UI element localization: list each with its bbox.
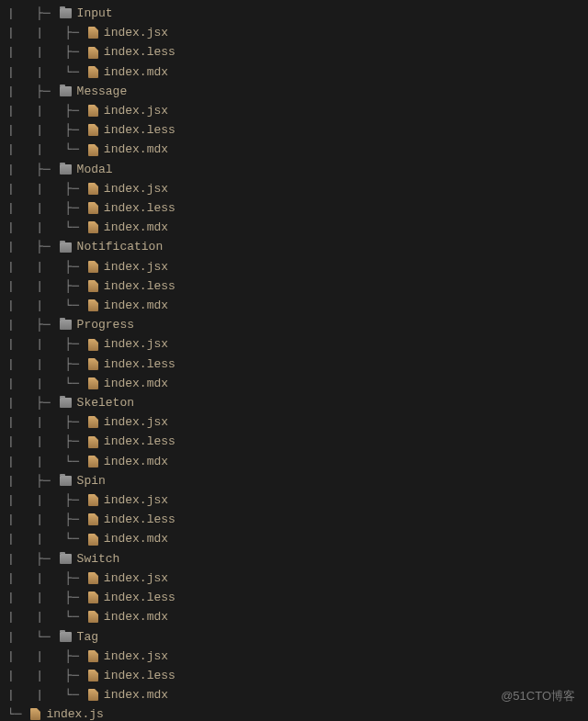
tree-row[interactable]: | | ├─ index.less	[0, 510, 588, 529]
tree-prefix: └─	[7, 704, 28, 721]
tree-prefix: | | ├─	[7, 257, 86, 276]
file-icon	[88, 611, 98, 623]
tree-row[interactable]: | | ├─ index.less	[0, 42, 588, 62]
folder-name: Progress	[77, 315, 134, 334]
tree-row[interactable]: | | ├─ index.less	[0, 666, 588, 685]
tree-row[interactable]: | | ├─ index.less	[0, 588, 588, 607]
tree-prefix: | ├─	[7, 82, 58, 101]
tree-row[interactable]: └─ index.js	[0, 704, 588, 721]
tree-row[interactable]: | ├─ Switch	[0, 549, 588, 569]
tree-prefix: | | ├─	[7, 334, 86, 354]
tree-row[interactable]: | └─ Tag	[0, 627, 588, 647]
file-name: index.less	[104, 120, 175, 140]
file-icon	[88, 261, 98, 273]
file-name: index.less	[104, 276, 175, 296]
tree-row[interactable]: | | └─ index.mdx	[0, 374, 588, 393]
tree-row[interactable]: | | ├─ index.jsx	[0, 412, 588, 432]
file-icon	[88, 534, 98, 546]
file-tree: | ├─ Input| | ├─ index.jsx| | ├─ index.l…	[0, 4, 588, 721]
file-name: index.less	[104, 355, 175, 374]
tree-prefix: | | ├─	[7, 42, 86, 62]
file-name: index.jsx	[104, 334, 168, 354]
tree-prefix: | | └─	[7, 452, 86, 471]
tree-row[interactable]: | | ├─ index.jsx	[0, 490, 588, 510]
tree-row[interactable]: | ├─ Input	[0, 4, 588, 23]
tree-prefix: | | ├─	[7, 198, 86, 218]
file-icon	[88, 47, 98, 59]
tree-row[interactable]: | | └─ index.mdx	[0, 529, 588, 548]
file-icon	[88, 144, 98, 156]
tree-prefix: | | └─	[7, 62, 86, 82]
file-icon	[88, 27, 98, 39]
file-icon	[88, 416, 98, 428]
file-icon	[88, 689, 98, 701]
file-icon	[88, 221, 98, 233]
tree-row[interactable]: | | └─ index.mdx	[0, 296, 588, 315]
file-icon	[88, 670, 98, 682]
tree-prefix: | | ├─	[7, 569, 86, 588]
tree-row[interactable]: | | └─ index.mdx	[0, 62, 588, 82]
tree-prefix: | | └─	[7, 374, 86, 393]
file-name: index.less	[104, 42, 175, 62]
tree-row[interactable]: | | ├─ index.less	[0, 432, 588, 451]
file-icon	[88, 124, 98, 136]
file-icon	[88, 436, 98, 448]
tree-prefix: | | ├─	[7, 355, 86, 374]
tree-row[interactable]: | ├─ Modal	[0, 160, 588, 179]
tree-row[interactable]: | | └─ index.mdx	[0, 452, 588, 471]
file-name: index.mdx	[104, 374, 168, 393]
folder-icon	[60, 398, 72, 408]
file-name: index.jsx	[104, 490, 168, 510]
file-name: index.jsx	[104, 412, 168, 432]
tree-prefix: | ├─	[7, 393, 58, 412]
tree-row[interactable]: | | ├─ index.jsx	[0, 179, 588, 198]
file-name: index.mdx	[104, 296, 168, 315]
folder-icon	[60, 476, 72, 486]
tree-row[interactable]: | | ├─ index.less	[0, 198, 588, 218]
file-name: index.mdx	[104, 685, 168, 704]
tree-row[interactable]: | ├─ Spin	[0, 471, 588, 490]
file-icon	[88, 591, 98, 603]
file-icon	[88, 299, 98, 311]
tree-row[interactable]: | ├─ Notification	[0, 237, 588, 256]
tree-row[interactable]: | | └─ index.mdx	[0, 140, 588, 159]
file-name: index.less	[104, 666, 175, 685]
tree-row[interactable]: | ├─ Skeleton	[0, 393, 588, 412]
tree-prefix: | ├─	[7, 4, 58, 23]
tree-row[interactable]: | | ├─ index.less	[0, 355, 588, 374]
folder-name: Message	[77, 82, 128, 101]
folder-icon	[60, 86, 72, 96]
tree-row[interactable]: | ├─ Message	[0, 82, 588, 101]
tree-row[interactable]: | | └─ index.mdx	[0, 607, 588, 626]
tree-row[interactable]: | | ├─ index.jsx	[0, 101, 588, 120]
tree-prefix: | | ├─	[7, 120, 86, 140]
tree-row[interactable]: | ├─ Progress	[0, 315, 588, 334]
tree-row[interactable]: | | ├─ index.less	[0, 276, 588, 296]
file-icon	[30, 708, 40, 720]
folder-name: Spin	[77, 471, 106, 490]
tree-prefix: | ├─	[7, 549, 58, 569]
file-name: index.mdx	[104, 607, 168, 626]
tree-prefix: | ├─	[7, 160, 58, 179]
tree-prefix: | ├─	[7, 237, 58, 256]
tree-row[interactable]: | | ├─ index.less	[0, 120, 588, 140]
tree-row[interactable]: | | ├─ index.jsx	[0, 569, 588, 588]
file-icon	[88, 339, 98, 351]
folder-name: Tag	[77, 627, 98, 647]
tree-row[interactable]: | | ├─ index.jsx	[0, 334, 588, 354]
file-icon	[88, 358, 98, 370]
folder-name: Skeleton	[77, 393, 134, 412]
file-icon	[88, 494, 98, 506]
tree-prefix: | ├─	[7, 471, 58, 490]
tree-prefix: | | └─	[7, 529, 86, 548]
tree-row[interactable]: | | ├─ index.jsx	[0, 23, 588, 42]
tree-row[interactable]: | | └─ index.mdx	[0, 685, 588, 704]
tree-row[interactable]: | | ├─ index.jsx	[0, 257, 588, 276]
tree-prefix: | | ├─	[7, 588, 86, 607]
tree-row[interactable]: | | ├─ index.jsx	[0, 647, 588, 666]
file-icon	[88, 377, 98, 389]
tree-row[interactable]: | | └─ index.mdx	[0, 218, 588, 237]
tree-prefix: | | ├─	[7, 666, 86, 685]
tree-prefix: | | ├─	[7, 510, 86, 529]
tree-prefix: | | └─	[7, 685, 86, 704]
